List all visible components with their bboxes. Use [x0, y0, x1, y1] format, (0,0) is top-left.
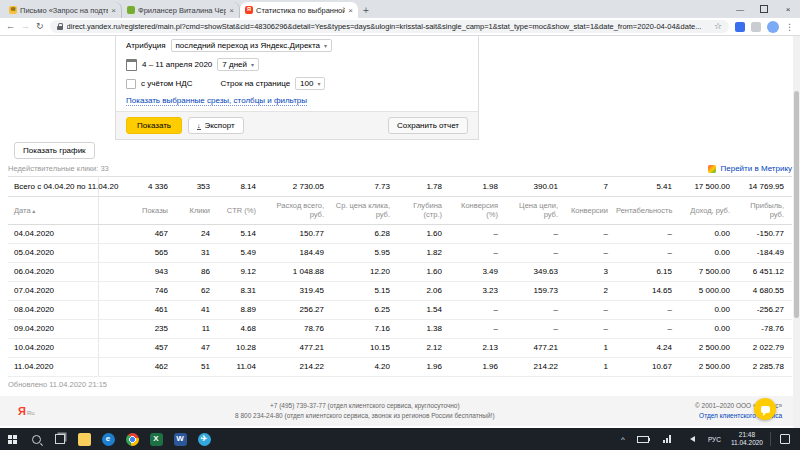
value-cell: 3.49: [450, 262, 506, 281]
taskbar-search-button[interactable]: [24, 428, 48, 450]
excel-icon: X: [150, 433, 163, 446]
language-indicator[interactable]: РУС: [703, 436, 726, 443]
save-report-button[interactable]: Сохранить отчет: [388, 117, 468, 134]
value-cell: 41: [176, 300, 218, 319]
column-header[interactable]: Дата ▴: [8, 197, 98, 225]
date-cell: 04.04.2020: [8, 224, 98, 243]
customize-report-link[interactable]: Показать выбранные срезы, столбцы и филь…: [126, 96, 307, 106]
value-cell: 1.60: [398, 224, 450, 243]
value-cell: 2.06: [398, 281, 450, 300]
address-bar[interactable]: direct.yandex.ru/registered/main.pl?cmd=…: [50, 20, 729, 33]
tab-title: Письмо «Запрос на подтвер...: [20, 6, 108, 15]
show-button[interactable]: Показать: [126, 117, 182, 134]
taskbar-app-button[interactable]: ✈: [192, 428, 216, 450]
browser-tab[interactable]: Фрилансер Виталина Черепан...×: [122, 2, 240, 18]
page-scrollbar[interactable]: [793, 36, 800, 428]
metrika-link[interactable]: Перейти в Метрику: [720, 164, 792, 173]
start-button[interactable]: [0, 428, 24, 450]
value-cell: 746: [98, 281, 176, 300]
tab-close-icon[interactable]: ×: [111, 6, 116, 15]
summary-value: 7: [566, 177, 616, 197]
profile-avatar[interactable]: [767, 21, 779, 33]
value-cell: 51: [176, 357, 218, 376]
value-cell: 12.20: [332, 262, 398, 281]
scrollbar-thumb[interactable]: [794, 91, 799, 318]
support-chat-button[interactable]: [754, 398, 776, 420]
value-cell: 5.14: [218, 224, 264, 243]
table-row: 11.04.20204625111.04214.224.201.961.9621…: [8, 357, 792, 376]
value-cell: 6.28: [332, 224, 398, 243]
column-header[interactable]: CTR (%): [218, 197, 264, 225]
browser-tab[interactable]: ✉Письмо «Запрос на подтвер...×: [4, 2, 122, 18]
value-cell: –: [450, 300, 506, 319]
taskbar-app-button[interactable]: [120, 428, 144, 450]
forward-button[interactable]: →: [21, 22, 30, 31]
tray-expand-icon[interactable]: ^: [615, 428, 631, 450]
window-close-button[interactable]: ×: [776, 0, 800, 18]
extension-icon[interactable]: [735, 22, 745, 32]
export-button[interactable]: ↓ Экспорт: [188, 117, 244, 134]
value-cell: 150.77: [264, 224, 332, 243]
window-maximize-button[interactable]: [752, 0, 776, 18]
tab-close-icon[interactable]: ×: [348, 6, 353, 15]
value-cell: -78.76: [738, 319, 792, 338]
chevron-down-icon: ▾: [317, 81, 320, 87]
value-cell: 2 022.79: [738, 338, 792, 357]
rows-per-page-value: 100: [300, 79, 313, 88]
volume-button[interactable]: [679, 428, 703, 450]
table-header-row: Дата ▴ПоказыКликиCTR (%)Расход всего, ру…: [8, 197, 792, 225]
rows-per-page-select[interactable]: 100 ▾: [295, 77, 325, 90]
period-select[interactable]: 7 дней ▾: [217, 58, 259, 71]
search-icon: [32, 435, 41, 444]
taskbar-clock[interactable]: 21:48 11.04.2020: [726, 431, 768, 447]
value-cell: 8.31: [218, 281, 264, 300]
column-header[interactable]: Рентабельность: [616, 197, 680, 225]
tab-strip: ✉Письмо «Запрос на подтвер...×Фрилансер …: [0, 0, 800, 18]
bookmark-star-icon[interactable]: ☆: [714, 22, 722, 31]
metrika-link-wrap: Перейти в Метрику: [708, 164, 792, 173]
date-cell: 05.04.2020: [8, 243, 98, 262]
column-header[interactable]: Доход, руб.: [680, 197, 738, 225]
column-header[interactable]: Цена цели, руб.: [506, 197, 566, 225]
value-cell: 78.76: [264, 319, 332, 338]
column-header[interactable]: Прибыль, руб.: [738, 197, 792, 225]
column-header[interactable]: Глубина (стр.): [398, 197, 450, 225]
taskbar-app-button[interactable]: [72, 428, 96, 450]
value-cell: –: [616, 243, 680, 262]
window-minimize-button[interactable]: —: [728, 0, 752, 18]
network-button[interactable]: [655, 428, 679, 450]
value-cell: –: [616, 224, 680, 243]
new-tab-button[interactable]: +: [358, 2, 374, 18]
column-header[interactable]: Клики: [176, 197, 218, 225]
column-header[interactable]: Показы: [98, 197, 176, 225]
value-cell: 4.20: [332, 357, 398, 376]
task-view-button[interactable]: [48, 428, 72, 450]
browser-tab[interactable]: ЯСтатистика по выбранной кам...×: [240, 2, 358, 18]
taskbar-app-button[interactable]: W: [168, 428, 192, 450]
column-header[interactable]: Конверсии: [566, 197, 616, 225]
extensions-menu-icon[interactable]: [751, 22, 761, 32]
show-chart-button[interactable]: Показать график: [14, 142, 95, 159]
value-cell: 461: [98, 300, 176, 319]
tab-close-icon[interactable]: ×: [229, 6, 234, 15]
vat-checkbox[interactable]: [126, 79, 136, 89]
column-header[interactable]: Расход всего, руб.: [264, 197, 332, 225]
date-range[interactable]: 4 – 11 апреля 2020: [142, 60, 212, 69]
browser-menu-icon[interactable]: ⋮: [785, 22, 794, 32]
chevron-down-icon: ▾: [251, 62, 254, 68]
column-header[interactable]: Конверсия (%): [450, 197, 506, 225]
table-row: 05.04.2020565315.49184.495.951.82––––0.0…: [8, 243, 792, 262]
column-header[interactable]: Ср. цена клика, руб.: [332, 197, 398, 225]
value-cell: 4 680.55: [738, 281, 792, 300]
battery-button[interactable]: [631, 428, 655, 450]
reload-button[interactable]: ↻: [36, 22, 44, 31]
table-row: 04.04.2020467245.14150.776.281.60––––0.0…: [8, 224, 792, 243]
action-center-button[interactable]: [773, 428, 797, 450]
lock-icon: [57, 23, 63, 30]
value-cell: 467: [98, 224, 176, 243]
back-button[interactable]: ←: [6, 22, 15, 31]
taskbar-app-button[interactable]: e: [96, 428, 120, 450]
value-cell: 477.21: [264, 338, 332, 357]
attribution-select[interactable]: последний переход из Яндекс.Директа ▾: [171, 39, 332, 52]
taskbar-app-button[interactable]: X: [144, 428, 168, 450]
